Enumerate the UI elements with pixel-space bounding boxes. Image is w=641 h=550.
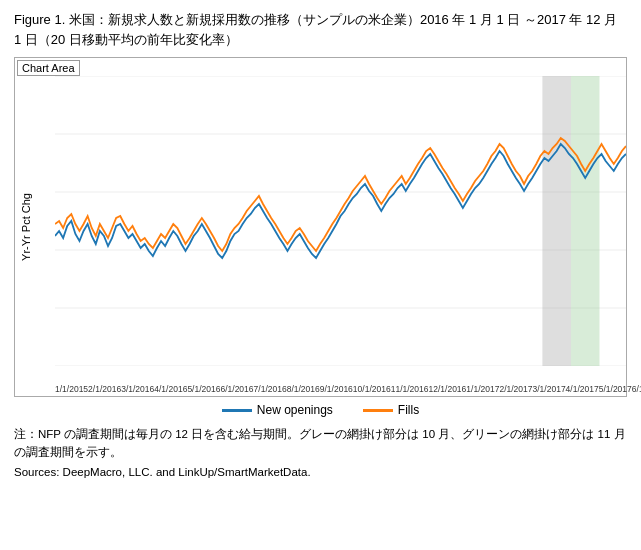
- figure-title: Figure 1. 米国：新規求人数と新規採用数の推移（サンプルの米企業）201…: [14, 10, 627, 49]
- x-label-3: 3/1/2016: [121, 384, 154, 394]
- chart-svg-area: [55, 76, 626, 366]
- x-axis-labels: 1/1/2015 2/1/2016 3/1/2016 4/1/2016 5/1/…: [55, 384, 624, 394]
- x-label-15: 3/1/2017: [533, 384, 566, 394]
- x-label-14: 2/1/2017: [499, 384, 532, 394]
- y-axis-label: Yr-Yr Pct Chg: [20, 193, 32, 261]
- x-label-12: 12/1/2016: [429, 384, 467, 394]
- legend-new-openings: New openings: [222, 403, 333, 417]
- x-label-6: 6/1/2016: [220, 384, 253, 394]
- x-label-10: 10/1/2016: [353, 384, 391, 394]
- x-label-11: 11/1/2016: [391, 384, 429, 394]
- chart-area: Chart Area Yr-Yr Pct Chg: [14, 57, 627, 397]
- x-label-8: 8/1/2016: [287, 384, 320, 394]
- x-label-7: 7/1/2016: [254, 384, 287, 394]
- chart-legend: New openings Fills: [14, 403, 627, 417]
- chart-sources: Sources: DeepMacro, LLC. and LinkUp/Smar…: [14, 466, 627, 478]
- x-label-5: 5/1/2016: [187, 384, 220, 394]
- legend-new-openings-label: New openings: [257, 403, 333, 417]
- svg-rect-7: [571, 76, 600, 366]
- svg-rect-6: [542, 76, 571, 366]
- x-label-13: 1/1/2017: [466, 384, 499, 394]
- x-label-9: 9/1/2016: [320, 384, 353, 394]
- x-label-1: 1/1/2015: [55, 384, 88, 394]
- legend-fills: Fills: [363, 403, 419, 417]
- chart-note: 注：NFP の調査期間は毎月の 12 日を含む給与期間。グレーの網掛け部分は 1…: [14, 425, 627, 462]
- chart-area-label: Chart Area: [17, 60, 80, 76]
- legend-fills-label: Fills: [398, 403, 419, 417]
- x-label-2: 2/1/2016: [88, 384, 121, 394]
- legend-fills-line: [363, 409, 393, 412]
- x-label-18: 6/1/2017: [632, 384, 641, 394]
- x-label-4: 4/1/2016: [154, 384, 187, 394]
- legend-new-openings-line: [222, 409, 252, 412]
- x-label-16: 4/1/2017: [566, 384, 599, 394]
- x-label-17: 5/1/2017: [599, 384, 632, 394]
